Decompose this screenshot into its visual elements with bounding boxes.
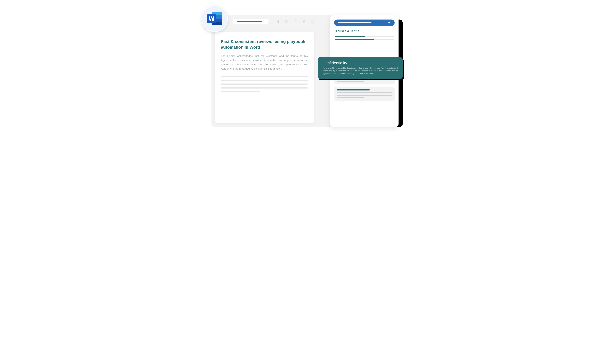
clause-card-2[interactable] [334, 87, 395, 101]
format-buttons: B U I S [276, 19, 315, 24]
italic-button[interactable]: I [293, 19, 297, 24]
sidebar-section-title: Clauses & Terms [335, 29, 394, 33]
clause-slider-1[interactable] [334, 36, 395, 37]
strikethrough-button[interactable]: S [302, 19, 306, 24]
app-canvas: B U I S Fast & consistent reviews, using… [201, 6, 403, 127]
clause-slider-2[interactable] [334, 39, 395, 40]
underline-button[interactable]: U [284, 19, 289, 24]
confidentiality-callout[interactable]: Confidentiality '(a) is or will be in th… [318, 57, 403, 79]
align-icon[interactable] [310, 20, 315, 23]
document-page[interactable]: Fast & consistent reviews, using playboo… [215, 32, 314, 123]
playbook-dropdown[interactable] [334, 20, 395, 26]
document-skeleton [221, 76, 308, 92]
callout-body: '(a) is or will be in the public domain … [323, 67, 398, 75]
chevron-down-icon [388, 22, 391, 24]
document-body: The Parties acknowledge that the existen… [221, 54, 308, 71]
bold-button[interactable]: B [276, 19, 280, 24]
word-app-badge [201, 6, 228, 32]
document-title: Fast & consistent reviews, using playboo… [221, 39, 308, 50]
document-name-placeholder [237, 21, 262, 22]
document-name-pill[interactable] [232, 19, 269, 24]
svg-rect-8 [207, 14, 216, 23]
callout-title: Confidentiality [323, 61, 398, 65]
word-icon [206, 11, 223, 26]
clause-card-title [337, 89, 370, 90]
dropdown-label-placeholder [338, 22, 371, 23]
